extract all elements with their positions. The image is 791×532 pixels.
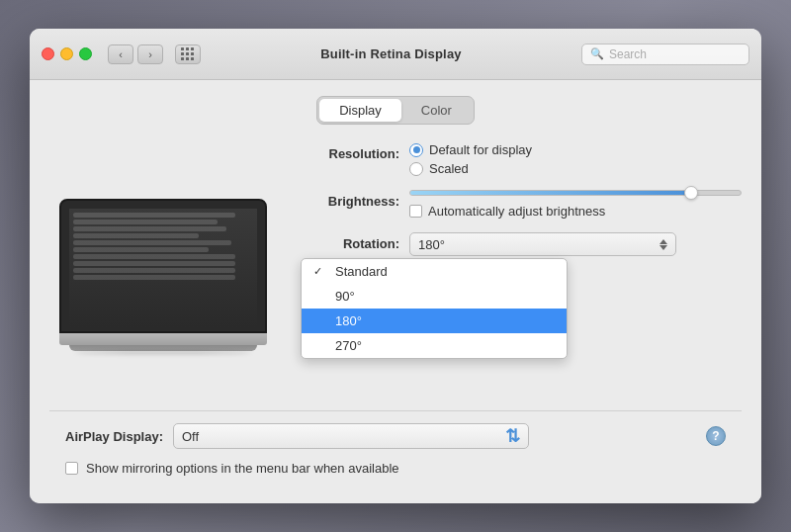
mirroring-checkbox[interactable] [65, 462, 78, 475]
airplay-label: AirPlay Display: [65, 429, 163, 444]
traffic-lights [42, 47, 92, 60]
preview-area [49, 142, 277, 410]
270-label: 270° [335, 338, 362, 353]
rotation-dropdown-menu: ✓ Standard 90° 180° [301, 258, 568, 359]
slider-filled [410, 191, 691, 195]
brightness-row: Brightness: Automatically adjust brightn… [301, 190, 742, 219]
resolution-default-radio[interactable] [409, 143, 423, 157]
90-label: 90° [335, 289, 355, 304]
resolution-row: Resolution: Default for display Scaled [301, 142, 742, 176]
settings-panel: Resolution: Default for display Scaled [301, 142, 742, 410]
dropdown-arrow-icon [659, 239, 667, 250]
resolution-label: Resolution: [301, 142, 399, 165]
grid-button[interactable] [175, 44, 201, 64]
rotation-dropdown-button[interactable]: 180° [409, 232, 676, 256]
macbook-preview [59, 199, 267, 354]
resolution-control: Default for display Scaled [409, 142, 742, 176]
rotation-option-90[interactable]: 90° [302, 284, 567, 309]
mirroring-row: Show mirroring options in the menu bar w… [49, 461, 742, 488]
macbook-screen-outer [59, 199, 267, 333]
airplay-value: Off [182, 429, 199, 444]
forward-button[interactable]: › [137, 44, 163, 64]
tabs-container: Display Color [316, 96, 475, 125]
rotation-option-180[interactable]: 180° [302, 309, 567, 333]
resolution-scaled-option[interactable]: Scaled [409, 161, 742, 176]
rotation-control: 180° ✓ Standard [409, 232, 742, 256]
resolution-scaled-label: Scaled [429, 161, 469, 176]
brightness-slider[interactable] [409, 190, 742, 196]
tab-display[interactable]: Display [319, 99, 401, 122]
titlebar: ‹ › Built-in Retina Display 🔍 Search [30, 29, 761, 80]
macbook-base [59, 333, 267, 345]
bottom-section: AirPlay Display: Off ⇅ ? Show mirroring … [49, 410, 742, 488]
resolution-default-label: Default for display [429, 142, 532, 157]
tabs-row: Display Color [49, 96, 742, 125]
tab-color[interactable]: Color [401, 99, 472, 122]
system-preferences-window: ‹ › Built-in Retina Display 🔍 Search Dis… [30, 29, 761, 503]
close-button[interactable] [42, 47, 54, 60]
minimize-button[interactable] [60, 47, 73, 60]
airplay-dropdown[interactable]: Off ⇅ [173, 423, 529, 449]
auto-brightness-checkbox[interactable] [409, 205, 422, 218]
slider-thumb[interactable] [684, 186, 698, 200]
standard-checkmark: ✓ [313, 265, 327, 278]
arrow-up-icon [659, 239, 667, 244]
airplay-arrows-icon: ⇅ [505, 425, 520, 447]
180-label: 180° [335, 313, 362, 328]
auto-brightness-row[interactable]: Automatically adjust brightness [409, 204, 742, 219]
arrow-down-icon [659, 245, 667, 250]
brightness-label: Brightness: [301, 190, 399, 213]
screen-content [69, 209, 257, 327]
standard-label: Standard [335, 264, 388, 279]
rotation-option-270[interactable]: 270° [302, 333, 567, 358]
nav-buttons: ‹ › [108, 44, 163, 64]
back-button[interactable]: ‹ [108, 44, 133, 64]
rotation-option-standard[interactable]: ✓ Standard [302, 259, 567, 284]
window-title: Built-in Retina Display [209, 46, 573, 61]
maximize-button[interactable] [79, 47, 92, 60]
resolution-default-option[interactable]: Default for display [409, 142, 742, 157]
macbook-screen [69, 209, 257, 327]
airplay-row: AirPlay Display: Off ⇅ ? [49, 410, 742, 461]
macbook-shadow [74, 351, 252, 354]
rotation-label: Rotation: [301, 232, 399, 255]
help-button[interactable]: ? [706, 426, 726, 446]
auto-brightness-label: Automatically adjust brightness [428, 204, 605, 219]
radio-inner [413, 146, 420, 153]
mirroring-label: Show mirroring options in the menu bar w… [86, 461, 399, 476]
search-icon: 🔍 [590, 47, 604, 60]
content-area: Display Color [30, 80, 761, 503]
rotation-current-value: 180° [418, 237, 445, 252]
brightness-slider-row [409, 190, 742, 196]
search-placeholder: Search [609, 47, 647, 61]
search-bar[interactable]: 🔍 Search [581, 44, 749, 65]
grid-icon [181, 47, 195, 61]
resolution-scaled-radio[interactable] [409, 162, 423, 176]
brightness-control: Automatically adjust brightness [409, 190, 742, 219]
settings-main: Resolution: Default for display Scaled [49, 142, 742, 410]
rotation-row: Rotation: 180° ✓ [301, 232, 742, 256]
